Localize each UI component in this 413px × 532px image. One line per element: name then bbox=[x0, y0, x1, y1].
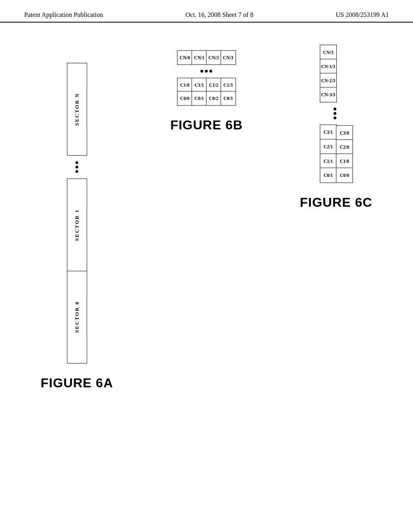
fig6b-c0-row: C0/0 C0/1 C0/2 C0/3 bbox=[177, 91, 236, 106]
fig6b-c1-row: C1/0 C1/1 C1/2 C1/3 bbox=[177, 78, 236, 92]
figure-6c-group: CN/3 CN-1/3 CN-2/3 CN-3/3 bbox=[300, 43, 372, 210]
fig6c-cn1-row: CN-1/3 bbox=[320, 59, 337, 74]
fig6c-label: FIGURE 6C bbox=[300, 195, 372, 210]
cell-cn1: CN/1 bbox=[192, 50, 207, 65]
cell-cn23: CN-2/3 bbox=[320, 73, 337, 88]
sector-1-label: SECTOR 1 bbox=[74, 209, 80, 241]
cell-c02: C0/2 bbox=[206, 91, 221, 106]
cell-c11b: C1/1 bbox=[320, 154, 337, 169]
cell-c01b: C0/1 bbox=[320, 168, 337, 183]
dot-c2 bbox=[334, 112, 336, 115]
fig6c-wrapper: CN/3 CN-1/3 CN-2/3 CN-3/3 bbox=[320, 43, 353, 183]
figure-6a-group: SECTOR N SECTOR 1 SECTOR 0 bbox=[41, 63, 113, 391]
dot-b3 bbox=[209, 70, 212, 73]
fig6c-cn3-row: CN-3/3 bbox=[320, 87, 337, 102]
page-header: Patent Application Publication Oct. 16, … bbox=[0, 0, 413, 23]
cell-c13: C1/3 bbox=[221, 78, 236, 92]
cell-cn33: CN-3/3 bbox=[320, 87, 337, 102]
fig6c-cn2-row: CN-2/3 bbox=[320, 73, 337, 88]
cell-cn13: CN-1/3 bbox=[320, 59, 337, 74]
header-right: US 2008/253199 A1 bbox=[336, 11, 389, 19]
fig6a-sector-1-row: SECTOR 1 bbox=[67, 179, 87, 271]
fig6b-wrapper: CN/0 CN/1 CN/2 CN/3 C1/0 C1/1 C1/2 C1/3 … bbox=[177, 51, 236, 106]
cell-c10: C1/0 bbox=[177, 78, 192, 92]
cell-c10b: C1/0 bbox=[336, 154, 353, 169]
fig6b-dots bbox=[200, 70, 212, 73]
cell-cn0: CN/0 bbox=[177, 50, 192, 65]
fig6c-left-col: C3/0 C2/0 C1/0 C0/0 bbox=[336, 43, 353, 183]
cell-c30: C3/0 bbox=[336, 125, 353, 141]
fig6a-label: FIGURE 6A bbox=[41, 376, 113, 391]
fig6c-c30-row: C3/0 bbox=[336, 126, 353, 141]
fig6a-sector-0-row: SECTOR 0 bbox=[67, 271, 87, 364]
fig6a-sector-n-row: SECTOR N bbox=[67, 63, 87, 156]
dot-3 bbox=[75, 170, 78, 173]
sector-1-box: SECTOR 1 bbox=[67, 179, 87, 271]
cell-cn3: CN/3 bbox=[221, 50, 236, 65]
cell-cn3-top: CN/3 bbox=[320, 45, 337, 60]
dot-c3 bbox=[334, 116, 336, 119]
fig6c-cn3-top: CN/3 bbox=[320, 45, 336, 60]
figure-6b-group: CN/0 CN/1 CN/2 CN/3 C1/0 C1/1 C1/2 C1/3 … bbox=[170, 51, 243, 133]
dot-b2 bbox=[205, 70, 208, 73]
sector-0-label: SECTOR 0 bbox=[74, 301, 80, 333]
cell-c20: C2/0 bbox=[336, 139, 353, 155]
fig6c-c00-row: C0/0 bbox=[336, 168, 353, 183]
dot-c1 bbox=[334, 108, 336, 110]
cell-cn2: CN/2 bbox=[206, 50, 221, 65]
dot-b1 bbox=[200, 70, 203, 73]
cell-c00: C0/0 bbox=[177, 91, 192, 106]
fig6a-stack: SECTOR N SECTOR 1 SECTOR 0 bbox=[67, 63, 87, 364]
dot-2 bbox=[75, 166, 78, 168]
sector-n-box: SECTOR N bbox=[67, 63, 87, 156]
cell-c11: C1/1 bbox=[192, 78, 207, 92]
fig6b-label: FIGURE 6B bbox=[170, 118, 243, 133]
fig6a-dots bbox=[75, 161, 78, 173]
cell-c31: C3/1 bbox=[320, 125, 337, 140]
sector-0-box: SECTOR 0 bbox=[67, 271, 87, 364]
dot-1 bbox=[75, 161, 78, 164]
sector-n-label: SECTOR N bbox=[74, 93, 80, 126]
cell-c01: C0/1 bbox=[192, 91, 207, 106]
header-center: Oct. 16, 2008 Sheet 7 of 8 bbox=[186, 11, 253, 19]
fig6c-dots-right bbox=[334, 108, 336, 119]
cell-c03: C0/3 bbox=[221, 91, 236, 106]
fig6c-c20-row: C2/0 bbox=[336, 140, 353, 155]
cell-c00b: C0/0 bbox=[336, 168, 353, 183]
fig6c-c10-row: C1/0 bbox=[336, 154, 353, 169]
fig6c-cx1-rows: C3/1 C2/1 C1/1 C0/1 bbox=[320, 125, 337, 183]
main-content: SECTOR N SECTOR 1 SECTOR 0 bbox=[0, 23, 413, 526]
fig6c-right-col: CN/3 CN-1/3 CN-2/3 CN-3/3 bbox=[320, 45, 337, 183]
header-left: Patent Application Publication bbox=[24, 11, 103, 19]
cell-c12: C1/2 bbox=[206, 78, 221, 92]
cell-c21: C2/1 bbox=[320, 139, 337, 154]
fig6c-col-cx1: C3/1 C2/1 C1/1 C0/1 bbox=[320, 125, 337, 183]
fig6b-cn-row: CN/0 CN/1 CN/2 CN/3 bbox=[177, 51, 236, 65]
